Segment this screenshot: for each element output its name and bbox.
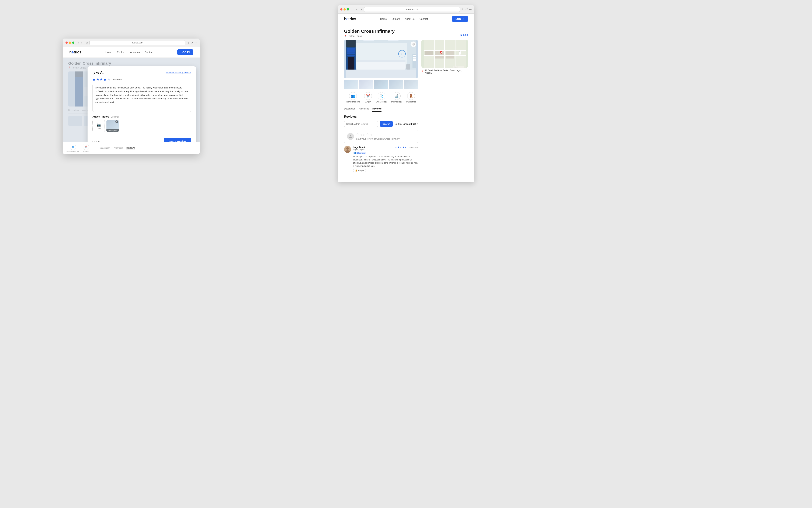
modal-star-1[interactable]: ★ [92, 77, 96, 82]
review-search-input[interactable] [344, 121, 378, 127]
dermatology-icon: 🔬 [393, 92, 401, 100]
photo-thumb-1[interactable]: Add Caption × [106, 120, 119, 132]
modal-star-2[interactable]: ★ [96, 77, 99, 82]
facility-title-1: Golden Cross Infirmary [344, 29, 468, 34]
svg-rect-19 [388, 40, 399, 41]
login-button-1[interactable]: LOG IN [452, 16, 468, 22]
thumb-3[interactable] [374, 80, 388, 89]
thumbnail-strip [344, 80, 418, 89]
svg-rect-9 [347, 53, 355, 54]
modal-guidelines-link[interactable]: Read our review guidelines [166, 72, 191, 74]
thumb-4[interactable] [389, 80, 403, 89]
tab-reviews[interactable]: Reviews [372, 106, 381, 112]
url-bar-2[interactable]: hetrics.com [89, 40, 185, 45]
reload-icon-2[interactable]: ↺ [191, 41, 193, 44]
back-button-2[interactable]: ‹ [77, 41, 80, 44]
svg-rect-6 [347, 48, 355, 49]
nav-explore-2[interactable]: Explore [117, 51, 125, 54]
second-tab-amenities[interactable]: Amenities [114, 147, 123, 149]
svg-rect-4 [356, 60, 405, 62]
review-search-button[interactable]: Search [380, 121, 393, 127]
url-bar-1[interactable]: hetrics.com [364, 7, 460, 12]
minimize-button-2[interactable] [69, 42, 71, 44]
nav-home-2[interactable]: Home [105, 51, 112, 54]
svg-rect-8 [347, 51, 355, 52]
family-medicine-label: Family medicine [346, 101, 360, 103]
minimize-button[interactable] [344, 8, 346, 10]
review-placeholder-content: ☆ ☆ ☆ ☆ ☆ Start your review of Golden Cr… [356, 133, 415, 140]
rating-star-icon-1: ★ [460, 34, 462, 36]
thumbs-up-icon: 👍 [355, 169, 358, 172]
favorite-button-1[interactable]: 🤍 [411, 42, 416, 47]
sort-value[interactable]: Newest First [403, 123, 416, 125]
review-date-1: 15/12/2021 [408, 146, 418, 149]
helpful-button-1[interactable]: 👍 Helpful [353, 169, 366, 172]
second-specialty-surgery: ✂️ Surgery [83, 144, 89, 153]
thumb-2[interactable] [359, 80, 373, 89]
write-review-box[interactable]: ☆ ☆ ☆ ☆ ☆ Start your review of Golden Cr… [344, 130, 418, 143]
thumb-1[interactable] [344, 80, 358, 89]
share-icon[interactable]: ⬆ [462, 8, 464, 11]
facility-rating-1: ★ 4.89 [460, 34, 468, 37]
nav-contact-2[interactable]: Contact [145, 51, 153, 54]
modal-stars[interactable]: ★ ★ ★ ★ ★ [92, 77, 110, 82]
maximize-button-2[interactable] [72, 42, 75, 44]
map-container-1[interactable]: Google + − [421, 40, 468, 68]
review-stars-1: ★ ★ ★ ★ ★ [395, 146, 407, 149]
reviews-section-title: Reviews [344, 115, 418, 119]
svg-text:Google: Google [454, 67, 458, 68]
share-icon-2[interactable]: ⬆ [187, 41, 189, 44]
nav-about-1[interactable]: About us [405, 17, 414, 20]
modal-review-textarea[interactable]: My experience at this hospital was very … [92, 84, 191, 112]
close-button-2[interactable] [65, 42, 68, 44]
specialties-list: 👥 Family medicine ✂️ Surgery 🩺 Gynaecolo… [344, 92, 418, 103]
more-icon-2[interactable]: ⋯ [194, 41, 197, 44]
photo-caption-overlay[interactable]: Add Caption [106, 129, 119, 132]
modal-footer: Cancel Post a Review [92, 136, 191, 142]
specialty-dermatology[interactable]: 🔬 Dermatology [391, 92, 402, 103]
login-button-2[interactable]: LOG IN [177, 49, 193, 55]
second-window-specialty-bar: 👥 Family medicine ✂️ Surgery Description… [63, 142, 199, 154]
hospital-interior-svg: ✚ [344, 40, 418, 78]
forward-button-2[interactable]: › [81, 41, 83, 44]
close-button[interactable] [340, 8, 343, 10]
second-tab-reviews[interactable]: Reviews [126, 146, 135, 150]
specialty-gynaecology[interactable]: 🩺 Gynaecology [376, 92, 387, 103]
map-address-1: 📍 22 Road, 2nd Ave, Festac Town, Lagos, … [421, 69, 468, 74]
modal-star-5[interactable]: ★ [107, 77, 110, 82]
forward-button[interactable]: › [355, 8, 358, 11]
svg-rect-10 [347, 55, 355, 56]
specialty-paediatrics[interactable]: 🧸 Paediatrics [406, 92, 416, 103]
modal-star-3[interactable]: ★ [100, 77, 103, 82]
delete-photo-button[interactable]: × [116, 120, 118, 123]
more-icon[interactable]: ⋯ [469, 8, 472, 11]
reload-icon[interactable]: ↺ [465, 8, 468, 11]
camera-icon: 📷 [96, 123, 101, 127]
upload-photo-button[interactable]: 📷 Upload [92, 120, 105, 132]
second-tab-description[interactable]: Description [100, 147, 110, 149]
back-button[interactable]: ‹ [352, 8, 355, 11]
svg-text:+: + [459, 51, 460, 52]
nav-about-2[interactable]: About us [130, 51, 140, 54]
maximize-button[interactable] [347, 8, 349, 10]
browser-actions-1: ⬆ ↺ ⋯ [462, 8, 472, 11]
cancel-button[interactable]: Cancel [92, 140, 100, 142]
tab-description[interactable]: Description [344, 106, 355, 112]
review-search-row: Search Sort by Newest First ▾ [344, 121, 418, 127]
nav-home-1[interactable]: Home [380, 17, 387, 20]
second-family-medicine-label: Family medicine [66, 151, 79, 153]
rating-stars-empty: ☆ ☆ ☆ ☆ ☆ [356, 133, 415, 136]
nav-explore-1[interactable]: Explore [392, 17, 400, 20]
write-review-placeholder-text: Start your review of Golden Cross Infirm… [356, 137, 415, 140]
browser-actions-2: ⬆ ↺ ⋯ [187, 41, 197, 44]
sort-label: Sort by Newest First ▾ [395, 123, 418, 125]
review-text-1: I had a positive experience here. The fa… [353, 155, 418, 168]
thumb-5[interactable] [404, 80, 418, 89]
specialty-family-medicine[interactable]: 👥 Family medicine [346, 92, 360, 103]
right-column: Google + − 📍 22 Road, 2nd Ave, Festac To… [421, 40, 468, 175]
post-review-button[interactable]: Post a Review [164, 138, 191, 142]
modal-star-4[interactable]: ★ [103, 77, 106, 82]
nav-contact-1[interactable]: Contact [419, 17, 428, 20]
tab-amenities[interactable]: Amenities [359, 106, 369, 112]
specialty-surgery[interactable]: ✂️ Surgery [364, 92, 372, 103]
